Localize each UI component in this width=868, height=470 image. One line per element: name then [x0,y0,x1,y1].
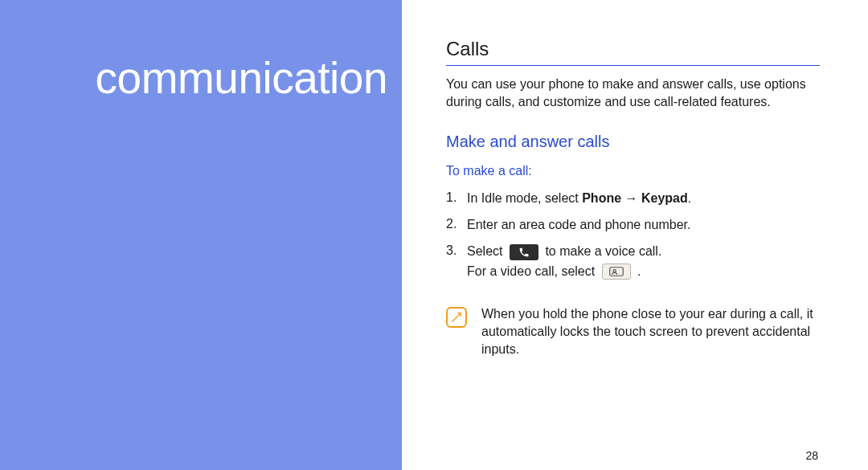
list-item: 2. Enter an area code and phone number. [446,215,820,235]
svg-point-1 [613,270,616,272]
text-span: Select [467,244,506,258]
text-span: In Idle mode, select [467,191,582,205]
text-span: . [688,191,691,205]
sidebar-panel: communication [0,0,402,470]
video-call-key-icon [602,264,631,280]
step-number: 1. [446,189,467,206]
chapter-title: communication [0,52,387,104]
list-item: 1. In Idle mode, select Phone → Keypad. [446,189,820,209]
step-number: 3. [446,242,467,260]
step-text: Enter an area code and phone number. [467,215,820,235]
note-block: When you hold the phone close to your ea… [446,305,820,358]
bold-text: Phone [582,191,621,205]
step-text: In Idle mode, select Phone → Keypad. [467,189,820,209]
step-list: 1. In Idle mode, select Phone → Keypad. … [446,189,820,281]
document-page: communication Calls You can use your pho… [0,0,868,470]
arrow-text: → [621,191,641,205]
list-item: 3. Select to make a voice call. For a vi… [446,242,820,282]
text-span: For a video call, select [467,264,599,278]
note-icon [446,307,467,328]
phone-key-icon [510,244,538,260]
step-text: Select to make a voice call. For a video… [467,242,820,282]
text-span: . [637,264,641,278]
step-number: 2. [446,215,467,233]
sub-sub-heading: To make a call: [446,162,820,180]
bold-text: Keypad [641,191,688,205]
section-intro: You can use your phone to make and answe… [446,76,820,110]
text-span: to make a voice call. [545,244,661,258]
content-panel: Calls You can use your phone to make and… [402,0,868,470]
page-number: 28 [805,448,818,464]
sub-heading: Make and answer calls [446,131,820,153]
section-heading: Calls [446,36,820,66]
note-text: When you hold the phone close to your ea… [481,305,820,358]
